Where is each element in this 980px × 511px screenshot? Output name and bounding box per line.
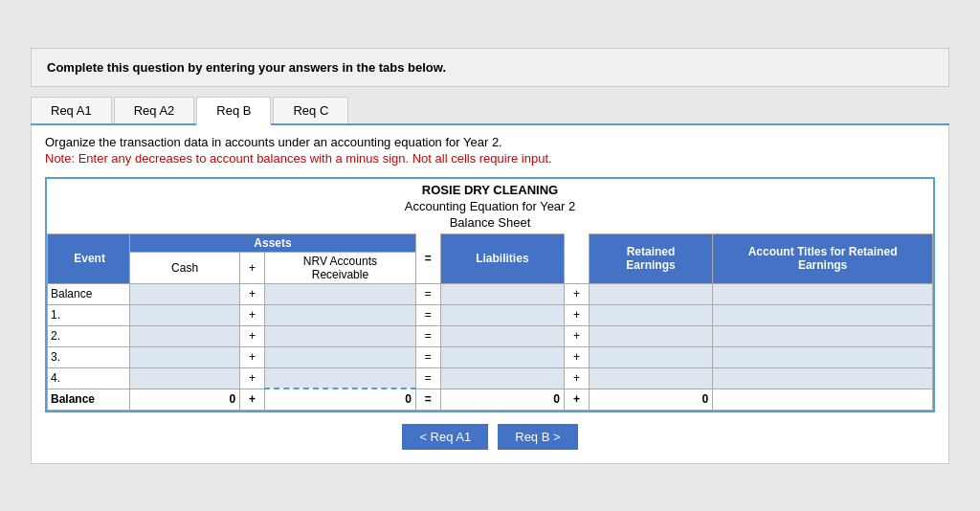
tab-req-a2[interactable]: Req A2 bbox=[114, 97, 195, 123]
retained-header: RetainedEarnings bbox=[589, 233, 712, 283]
acct-4-input[interactable] bbox=[713, 367, 933, 389]
table-row: Balance + = + bbox=[48, 283, 933, 304]
plus2-op-3: + bbox=[565, 346, 590, 367]
plus2-op-balance: + bbox=[565, 283, 590, 304]
retain-2-input[interactable] bbox=[589, 325, 712, 346]
retain-4-input[interactable] bbox=[589, 367, 712, 389]
equals-header: = bbox=[415, 233, 440, 283]
plus2-op-1: + bbox=[565, 304, 590, 325]
tab-req-b[interactable]: Req B bbox=[196, 97, 271, 125]
plus2-op-total: + bbox=[565, 389, 590, 410]
cash-balance-input[interactable] bbox=[130, 283, 240, 304]
table-row: 3. + = + bbox=[48, 346, 933, 367]
tab-req-a1[interactable]: Req A1 bbox=[31, 97, 112, 123]
tabs-row: Req A1 Req A2 Req B Req C bbox=[31, 97, 949, 125]
plus2-op-4: + bbox=[565, 367, 590, 389]
next-button[interactable]: Req B > bbox=[498, 424, 577, 450]
plus-op-4: + bbox=[240, 367, 265, 389]
outer-container: Complete this question by entering your … bbox=[21, 38, 959, 474]
eq-op-2: = bbox=[415, 325, 440, 346]
nrv-4-input[interactable] bbox=[264, 367, 415, 389]
eq-op-balance: = bbox=[415, 283, 440, 304]
nrv-total: 0 bbox=[264, 389, 415, 410]
bottom-nav: < Req A1 Req B > bbox=[45, 424, 935, 450]
event-label-4: 4. bbox=[48, 367, 130, 389]
nrv-1-input[interactable] bbox=[264, 304, 415, 325]
table-title: Accounting Equation for Year 2 bbox=[47, 198, 933, 214]
cash-3-input[interactable] bbox=[130, 346, 240, 367]
event-header: Event bbox=[48, 233, 130, 283]
plus2-header: + bbox=[565, 233, 590, 283]
liab-1-input[interactable] bbox=[440, 304, 564, 325]
retain-balance-input[interactable] bbox=[589, 283, 712, 304]
prev-button[interactable]: < Req A1 bbox=[402, 424, 488, 450]
balance-total-label: Balance bbox=[48, 389, 130, 410]
event-label-3: 3. bbox=[48, 346, 130, 367]
tab-req-c[interactable]: Req C bbox=[273, 97, 348, 123]
cash-4-input[interactable] bbox=[130, 367, 240, 389]
note-text: Note: Enter any decreases to account bal… bbox=[45, 151, 935, 166]
table-subtitle: Balance Sheet bbox=[47, 214, 933, 233]
plus2-op-2: + bbox=[565, 325, 590, 346]
table-row: 2. + = + bbox=[48, 325, 933, 346]
eq-op-total: = bbox=[415, 389, 440, 410]
acct-2-input[interactable] bbox=[713, 325, 933, 346]
event-label-1: 1. bbox=[48, 304, 130, 325]
eq-op-1: = bbox=[415, 304, 440, 325]
retain-total: 0 bbox=[589, 389, 712, 410]
plus-op-2: + bbox=[240, 325, 265, 346]
retain-1-input[interactable] bbox=[589, 304, 712, 325]
acct-balance-input[interactable] bbox=[713, 283, 933, 304]
balance-total-row: Balance 0 + 0 = 0 + 0 bbox=[48, 389, 933, 410]
plus1-subheader: + bbox=[240, 252, 265, 283]
acct-3-input[interactable] bbox=[713, 346, 933, 367]
liab-2-input[interactable] bbox=[440, 325, 564, 346]
header-row: Event Assets = Liabilities + RetainedEar… bbox=[48, 233, 933, 252]
assets-header: Assets bbox=[130, 233, 416, 252]
instruction-box: Complete this question by entering your … bbox=[31, 48, 949, 87]
nrv-balance-input[interactable] bbox=[264, 283, 415, 304]
nrv-subheader: NRV AccountsReceivable bbox=[264, 252, 415, 283]
accounting-table: Event Assets = Liabilities + RetainedEar… bbox=[47, 233, 933, 411]
liab-4-input[interactable] bbox=[440, 367, 564, 389]
cash-subheader: Cash bbox=[130, 252, 240, 283]
plus-op-total: + bbox=[240, 389, 265, 410]
acct-1-input[interactable] bbox=[713, 304, 933, 325]
event-label-2: 2. bbox=[48, 325, 130, 346]
account-titles-header: Account Titles for RetainedEarnings bbox=[713, 233, 933, 283]
nrv-2-input[interactable] bbox=[264, 325, 415, 346]
table-container: ROSIE DRY CLEANING Accounting Equation f… bbox=[45, 177, 935, 412]
plus-op-1: + bbox=[240, 304, 265, 325]
plus-op-balance: + bbox=[240, 283, 265, 304]
event-label-balance: Balance bbox=[48, 283, 130, 304]
table-row: 4. + = + bbox=[48, 367, 933, 389]
liab-balance-input[interactable] bbox=[440, 283, 564, 304]
cash-total: 0 bbox=[130, 389, 240, 410]
content-area: Organize the transaction data in account… bbox=[31, 125, 949, 464]
retain-3-input[interactable] bbox=[589, 346, 712, 367]
table-company: ROSIE DRY CLEANING bbox=[47, 179, 933, 198]
liab-3-input[interactable] bbox=[440, 346, 564, 367]
eq-op-3: = bbox=[415, 346, 440, 367]
cash-1-input[interactable] bbox=[130, 304, 240, 325]
description-text: Organize the transaction data in account… bbox=[45, 135, 935, 149]
plus-op-3: + bbox=[240, 346, 265, 367]
acct-total bbox=[713, 389, 933, 410]
instruction-text: Complete this question by entering your … bbox=[47, 60, 446, 75]
eq-op-4: = bbox=[415, 367, 440, 389]
liabilities-header: Liabilities bbox=[440, 233, 564, 283]
cash-2-input[interactable] bbox=[130, 325, 240, 346]
table-row: 1. + = + bbox=[48, 304, 933, 325]
nrv-3-input[interactable] bbox=[264, 346, 415, 367]
liab-total: 0 bbox=[440, 389, 564, 410]
